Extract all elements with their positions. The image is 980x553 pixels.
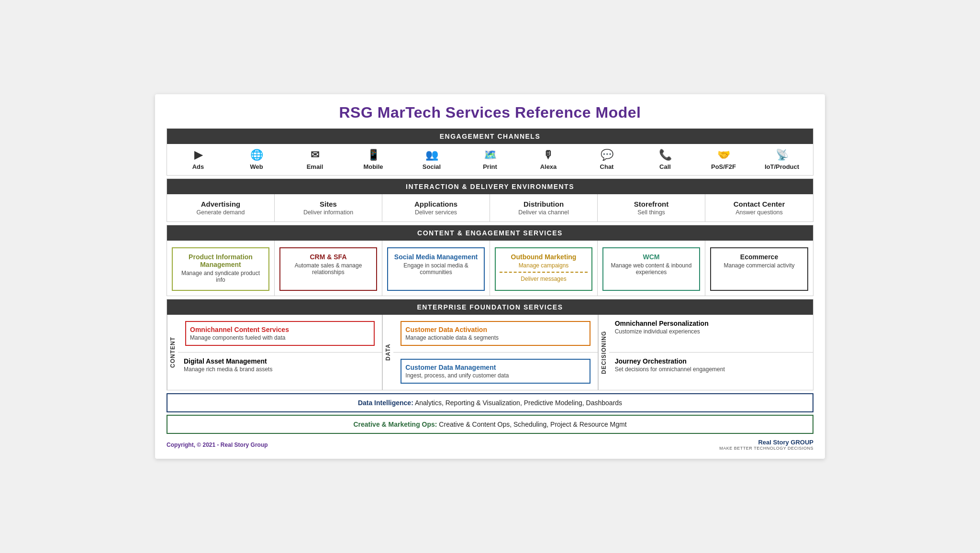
channel-email: ✉ Email	[286, 149, 344, 170]
efs-decisioning-label: DECISIONING	[598, 315, 609, 390]
channel-social: 👥 Social	[402, 149, 461, 170]
ces-outbound: Outbound Marketing Manage campaigns Deli…	[490, 241, 598, 296]
ces-smm-title: Social Media Management	[392, 253, 480, 261]
channel-chat-label: Chat	[600, 163, 614, 170]
chat-icon: 💬	[601, 149, 613, 161]
efs-cda-sub: Manage actionable data & segments	[405, 334, 585, 341]
channel-pos: 🤝 PoS/F2F	[694, 149, 753, 170]
ces-pim-sub: Manage and syndicate product info	[177, 270, 265, 283]
channel-email-label: Email	[307, 163, 323, 170]
ide-distribution: Distribution Deliver via channel	[490, 194, 598, 221]
ide-grid: Advertising Generate demand Sites Delive…	[167, 194, 813, 221]
social-icon: 👥	[425, 149, 438, 161]
channel-alexa: 🎙 Alexa	[519, 149, 578, 170]
ces-ecom: Ecommerce Manage commercial activity	[705, 241, 813, 296]
ces-pim: Product Information Management Manage an…	[167, 241, 275, 296]
efs-dam-cell: Digital Asset Management Manage rich med…	[178, 353, 382, 390]
ide-storefront-sub: Sell things	[601, 209, 701, 216]
channel-iot: 📡 IoT/Product	[753, 149, 811, 170]
efs-omp-title: Omnichannel Personalization	[615, 320, 807, 327]
ces-section: CONTENT & ENGAGEMENT SERVICES Product In…	[167, 225, 813, 296]
alexa-icon: 🎙	[543, 149, 554, 161]
data-intelligence-banner: Data Intelligence: Analytics, Reporting …	[167, 393, 813, 412]
page-wrapper: RSG MarTech Services Reference Model ENG…	[155, 94, 825, 459]
data-intelligence-text: Analytics, Reporting & Visualization, Pr…	[413, 399, 622, 407]
efs-ocs-sub: Manage components fueled with data	[190, 334, 370, 341]
efs-header: ENTERPRISE FOUNDATION SERVICES	[167, 299, 813, 315]
efs-cda-title: Customer Data Activation	[405, 326, 585, 333]
efs-cdm-sub: Ingest, process, and unify customer data	[405, 372, 585, 379]
ide-sites-sub: Deliver information	[278, 209, 378, 216]
efs-ocs-title: Omnichannel Content Services	[190, 326, 370, 333]
ide-advertising-sub: Generate demand	[171, 209, 270, 216]
footer: Copyright, © 2021 - Real Story Group Rea…	[167, 439, 813, 451]
ide-advertising: Advertising Generate demand	[167, 194, 275, 221]
footer-logo-line2: GROUP	[791, 439, 813, 446]
channel-print-label: Print	[483, 163, 497, 170]
ces-wcm: WCM Manage web content & inbound experie…	[598, 241, 705, 296]
ads-icon: ▶	[194, 149, 202, 161]
channel-ads-label: Ads	[192, 163, 204, 170]
ces-grid: Product Information Management Manage an…	[167, 241, 813, 296]
ces-crm-sub: Automate sales & manage relationships	[284, 262, 372, 276]
engagement-channels-header: ENGAGEMENT CHANNELS	[167, 129, 813, 144]
page-title: RSG MarTech Services Reference Model	[167, 104, 813, 122]
ces-ecom-title: Ecommerce	[715, 253, 803, 261]
ide-distribution-title: Distribution	[494, 200, 593, 208]
ide-applications-title: Applications	[386, 200, 486, 208]
efs-data-label: DATA	[382, 315, 393, 390]
ide-distribution-sub: Deliver via channel	[494, 209, 593, 216]
channel-mobile-label: Mobile	[363, 163, 383, 170]
creative-ops-bold: Creative & Marketing Ops:	[353, 420, 437, 428]
channel-alexa-label: Alexa	[540, 163, 557, 170]
footer-logo-line1: Real Story	[758, 439, 789, 446]
efs-ocs-cell: Omnichannel Content Services Manage comp…	[178, 315, 382, 353]
ide-section: INTERACTION & DELIVERY ENVIRONMENTS Adve…	[167, 178, 813, 222]
ide-sites-title: Sites	[278, 200, 378, 208]
ide-contact-center-title: Contact Center	[709, 200, 809, 208]
efs-cdm-title: Customer Data Management	[405, 364, 585, 371]
channel-web-label: Web	[250, 163, 263, 170]
channel-iot-label: IoT/Product	[765, 163, 799, 170]
efs-content-label: CONTENT	[167, 315, 178, 390]
ide-applications-sub: Deliver services	[386, 209, 486, 216]
web-icon: 🌐	[250, 149, 263, 161]
data-intelligence-bold: Data Intelligence:	[358, 399, 413, 407]
pos-icon: 🤝	[717, 149, 730, 161]
ces-smm-sub: Engage in social media & communities	[392, 262, 480, 276]
ide-contact-center: Contact Center Answer questions	[705, 194, 813, 221]
channel-chat: 💬 Chat	[578, 149, 636, 170]
channel-mobile: 📱 Mobile	[344, 149, 402, 170]
ces-wcm-sub: Manage web content & inbound experiences	[607, 262, 695, 276]
mobile-icon: 📱	[367, 149, 380, 161]
channel-social-label: Social	[423, 163, 441, 170]
efs-data-col: Customer Data Activation Manage actionab…	[393, 315, 598, 390]
efs-jo-title: Journey Orchestration	[615, 357, 807, 365]
efs-dam-title: Digital Asset Management	[184, 357, 376, 365]
ide-sites: Sites Deliver information	[275, 194, 382, 221]
ces-pim-title: Product Information Management	[177, 253, 265, 268]
efs-jo-sub: Set decisions for omnichannel engagement	[615, 366, 807, 373]
outbound-divider	[500, 272, 588, 273]
engagement-channels-section: ENGAGEMENT CHANNELS ▶ Ads 🌐 Web ✉ Email …	[167, 128, 813, 176]
efs-cda-cell: Customer Data Activation Manage actionab…	[393, 315, 597, 353]
efs-omp-sub: Customize individual experiences	[615, 328, 807, 335]
ces-ecom-sub: Manage commercial activity	[715, 262, 803, 269]
ces-header: CONTENT & ENGAGEMENT SERVICES	[167, 225, 813, 241]
ide-advertising-title: Advertising	[171, 200, 270, 208]
ces-outbound-sub2: Deliver messages	[500, 276, 588, 282]
channel-ads: ▶ Ads	[169, 149, 227, 170]
iot-icon: 📡	[776, 149, 789, 161]
ide-storefront: Storefront Sell things	[598, 194, 705, 221]
ces-crm-title: CRM & SFA	[284, 253, 372, 261]
channel-call: 📞 Call	[636, 149, 694, 170]
efs-omp-cell: Omnichannel Personalization Customize in…	[609, 315, 813, 353]
print-icon: 🗺️	[484, 149, 497, 161]
footer-logo: Real Story GROUP MAKE BETTER TECHNOLOGY …	[719, 439, 813, 451]
email-icon: ✉	[311, 149, 319, 161]
efs-section: ENTERPRISE FOUNDATION SERVICES CONTENT O…	[167, 299, 813, 390]
ide-applications: Applications Deliver services	[382, 194, 490, 221]
efs-dam-sub: Manage rich media & brand assets	[184, 366, 376, 373]
channel-pos-label: PoS/F2F	[711, 163, 736, 170]
footer-copyright: Copyright, © 2021 - Real Story Group	[167, 442, 268, 448]
